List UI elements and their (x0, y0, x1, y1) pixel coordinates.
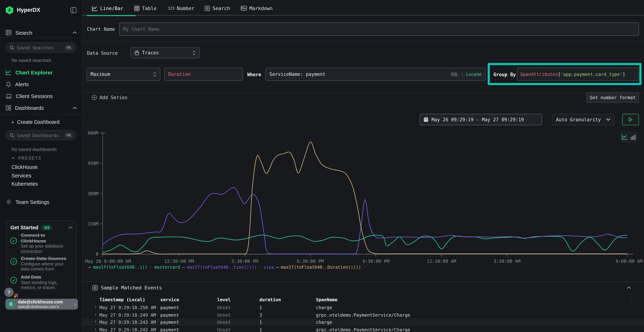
legend-item[interactable]: —maxIf(toFloat640..Duration))))) (276, 265, 361, 270)
table-cell: 1 (260, 327, 262, 332)
presets-header-label: PRESETS (18, 156, 42, 160)
tab-search[interactable]: Search (205, 4, 230, 13)
column-header-service[interactable]: service (160, 297, 179, 302)
group-by-string: 'app.payment.card_type' (561, 72, 622, 77)
user-menu[interactable]: D dale@clickhouse.com dale@clickhouse.co… (5, 299, 78, 310)
group-by-input[interactable]: SpanAttributes['app.payment.card_type'] (517, 68, 639, 81)
sidebar-item-team-settings[interactable]: Team Settings (0, 197, 82, 206)
lucene-toggle[interactable]: Lucene (466, 72, 482, 77)
tab-label: Markdown (249, 5, 273, 11)
chart-legend: —maxIf(toFloat640..)))·mastercard—maxIf(… (88, 264, 366, 270)
column-header-duration[interactable]: duration (260, 297, 281, 302)
user-org: dale@clickhouse.com's (18, 304, 63, 308)
aggregation-select[interactable]: Maximum (86, 68, 160, 81)
table-row[interactable]: ›May 27 9:29:18.250 AMpaymentUnset1charg… (82, 304, 644, 311)
chevron-up-icon (73, 31, 77, 34)
collapse-sidebar-icon[interactable] (70, 7, 76, 13)
add-series-button[interactable]: Add Series (92, 95, 128, 100)
chevron-right-icon[interactable]: › (94, 304, 97, 310)
create-dashboard-button[interactable]: + Create Dashboard (0, 118, 82, 126)
tab-number[interactable]: 123Number (168, 4, 194, 13)
get-started-item-desc: Configure where your (21, 261, 74, 266)
date-range-input[interactable]: May 26 09:29:19 - May 27 09:29:19 (420, 114, 542, 125)
legend-item[interactable]: —maxIf(toFloat640..))) (88, 265, 148, 270)
run-query-button[interactable] (622, 114, 639, 125)
y-tick-label: 600M (88, 130, 98, 136)
get-started-item-title: Create Data Sources (21, 256, 74, 261)
kbd-shortcut: ⌘K (65, 132, 73, 138)
preset-item-services[interactable]: Services (0, 172, 82, 179)
column-resize-handle[interactable]: ⋮ (156, 297, 161, 302)
table-row[interactable]: ›May 27 9:29:18.243 AMpaymentUnset1grpc.… (82, 326, 644, 332)
table-cell: May 27 9:29:18.249 AM (100, 312, 156, 318)
table-cell: Unset (217, 305, 230, 310)
column-header-level[interactable]: level (217, 297, 230, 302)
get-started-item-text: Create Data SourcesConfigure where yourd… (21, 256, 74, 272)
chevron-right-icon[interactable]: › (94, 319, 97, 324)
chevron-up-icon[interactable] (627, 286, 631, 289)
sample-events-header[interactable]: Sample Matched Events (92, 285, 162, 290)
chart-name-input[interactable]: My Chart Name (119, 22, 639, 36)
chart-name-label: Chart Name (87, 26, 115, 32)
legend-item[interactable]: —maxIf(toFloat640..tion))))) (182, 265, 257, 270)
get-started-item-desc: connection (21, 249, 74, 254)
data-source-select[interactable]: Traces (130, 47, 200, 58)
sidebar-item-dashboards[interactable]: Dashboards (0, 104, 82, 112)
saved-searches-input[interactable]: Saved Searches ⌘K (6, 42, 76, 52)
sidebar-section-search[interactable]: Search (0, 28, 82, 37)
table-row[interactable]: ›May 27 9:29:18.249 AMpaymentUnset3grpc.… (82, 311, 644, 318)
legend-series-name: maxIf(toFloat640..Duration))))) (281, 265, 361, 270)
column-menu-icon[interactable]: ⋮ (630, 297, 634, 302)
column-header-spanname[interactable]: SpanName (316, 297, 338, 302)
tab-label: Search (212, 5, 230, 11)
column-header-timestamp-local-[interactable]: Timestamp (Local) (100, 297, 145, 302)
group-by-bracket-close: ] (622, 72, 625, 77)
saved-dashboards-input[interactable]: Saved Dashboards ⌘K (6, 130, 76, 140)
legend-separator: · (150, 265, 152, 270)
tab-markdown[interactable]: Markdown (241, 4, 273, 13)
table-row[interactable]: ›May 27 9:29:18.243 AMpaymentUnset1charg… (82, 318, 644, 326)
table-cell: May 27 9:29:18.243 AM (100, 327, 156, 332)
help-label: ? (8, 290, 10, 295)
chevron-up-icon[interactable] (68, 226, 73, 229)
presets-header[interactable]: PRESETS (0, 155, 82, 161)
calendar-icon (424, 117, 428, 122)
preset-item-clickhouse[interactable]: ClickHouse (0, 164, 82, 170)
time-series-chart[interactable]: 600M450M300M150M0May 26 9:00:00 AM12:30:… (82, 129, 644, 272)
events-table-header: Timestamp (Local)serviceleveldurationSpa… (82, 297, 644, 304)
get-started-item-desc: data comes from (21, 266, 74, 272)
column-resize-handle[interactable]: ⋮ (312, 297, 316, 302)
preset-item-kubernetes[interactable]: Kubernetes (0, 181, 82, 187)
set-number-format-button[interactable]: Set number format (586, 92, 639, 103)
chevron-right-icon[interactable]: › (94, 326, 97, 332)
sidebar: HyperDX Search Saved Searches ⌘K No save… (0, 0, 82, 332)
tab-line-bar[interactable]: Line/Bar (92, 4, 124, 13)
avatar: D (7, 300, 15, 308)
event-list-icon (92, 285, 98, 290)
sidebar-item-client-sessions[interactable]: Client Sessions (0, 92, 82, 100)
chevron-right-icon[interactable]: › (94, 312, 97, 317)
play-icon (628, 117, 632, 122)
granularity-select[interactable]: Auto Granularity (552, 114, 614, 125)
sample-events-section: Sample Matched Events Timestamp (Local)s… (82, 282, 644, 332)
sql-toggle[interactable]: SQL (450, 72, 458, 77)
check-circle-icon (10, 237, 17, 244)
user-email: dale@clickhouse.com (18, 300, 63, 304)
table-cell: charge (316, 320, 332, 325)
column-resize-handle[interactable]: ⋮ (214, 297, 218, 302)
x-tick-label: 3:30:00 AM (494, 259, 520, 264)
column-resize-handle[interactable]: ⋮ (255, 297, 259, 302)
field-input[interactable]: Duration (164, 68, 243, 81)
tab-table[interactable]: Table (134, 4, 156, 13)
sidebar-item-alerts[interactable]: Alerts (0, 80, 82, 89)
help-button[interactable]: ? (4, 288, 14, 297)
tab-label: Number (177, 5, 194, 11)
sidebar-item-chart-explorer[interactable]: Chart Explorer (0, 68, 82, 77)
number-icon: 123 (168, 6, 174, 10)
where-input[interactable]: ServiceName: payment SQL | Lucene (266, 68, 486, 81)
field-value: Duration (168, 72, 190, 77)
chevron-up-icon (73, 106, 77, 109)
table-cell: 1 (260, 320, 262, 325)
team-settings-label: Team Settings (16, 199, 49, 205)
table-cell: 3 (260, 312, 262, 318)
